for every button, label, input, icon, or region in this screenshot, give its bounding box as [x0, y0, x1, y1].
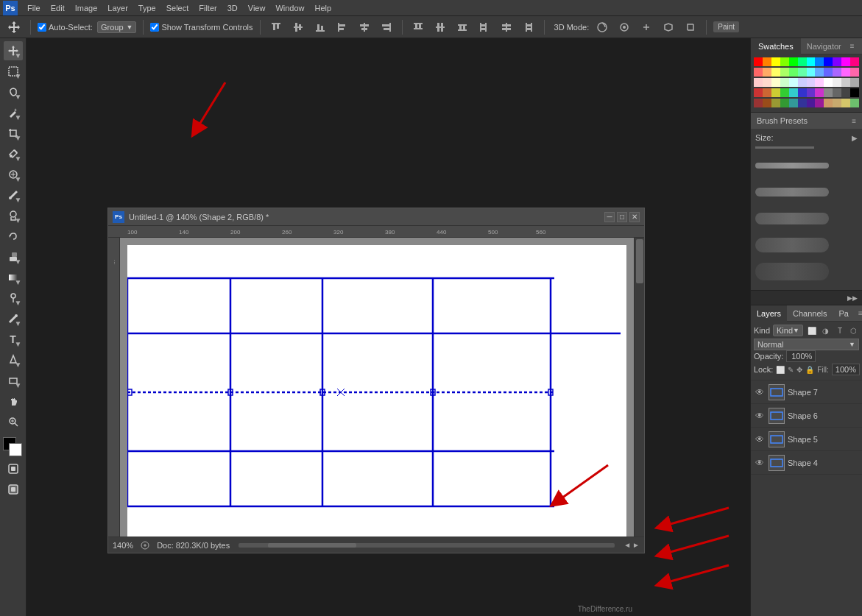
swatch-cyan[interactable]: [807, 57, 816, 66]
swatch-paleyellow[interactable]: [771, 78, 780, 87]
swatch-palered[interactable]: [754, 78, 763, 87]
history-tool[interactable]: [4, 227, 23, 246]
swatch-indigo[interactable]: [807, 88, 816, 97]
zoom-tool[interactable]: [4, 412, 23, 431]
pen-tool[interactable]: ▼: [4, 309, 23, 328]
swatch-seafoam[interactable]: [798, 57, 807, 66]
menu-select[interactable]: Select: [161, 0, 194, 16]
brush-sample-2[interactable]: [755, 181, 858, 203]
background-color[interactable]: [9, 443, 22, 456]
shape-tool[interactable]: ▼: [4, 371, 23, 390]
layer-visibility-shape4[interactable]: 👁: [754, 457, 766, 469]
align-vcenter-icon[interactable]: [289, 20, 307, 35]
swatch-lightviolet[interactable]: [833, 68, 841, 77]
swatch-darkgreen[interactable]: [780, 88, 789, 97]
doc-canvas[interactable]: [120, 238, 644, 537]
3d-rotate-icon[interactable]: [593, 20, 611, 35]
layer-item-shape4[interactable]: 👁 Shape 4: [751, 451, 862, 475]
distribute-left-icon[interactable]: [476, 20, 493, 35]
swatch-darkindigo[interactable]: [807, 99, 816, 107]
swatch-darkyellow[interactable]: [771, 88, 780, 97]
swatch-sage[interactable]: [850, 99, 859, 107]
brush-size-slider[interactable]: [755, 146, 814, 149]
tab-paths[interactable]: Pa: [833, 305, 855, 322]
swatch-lightcyan[interactable]: [807, 68, 816, 77]
brush-presets-expand[interactable]: ≡: [852, 117, 856, 125]
lock-transparent-icon[interactable]: ⬜: [776, 364, 785, 375]
hand-tool[interactable]: [4, 392, 23, 411]
swatch-darkred[interactable]: [754, 88, 763, 97]
distribute-top-icon[interactable]: [409, 20, 427, 35]
swatch-darkgray[interactable]: [850, 78, 859, 87]
swatch-magenta[interactable]: [841, 57, 850, 66]
stamp-tool[interactable]: ▼: [4, 206, 23, 225]
swatch-maroon[interactable]: [754, 99, 763, 107]
selection-tool[interactable]: ▼: [4, 62, 23, 81]
gradient-tool[interactable]: ▼: [4, 268, 23, 287]
swatch-darkteal[interactable]: [789, 99, 798, 107]
lock-all-icon[interactable]: 🔒: [805, 364, 814, 375]
swatches-collapse[interactable]: ≡: [847, 42, 858, 50]
menu-window[interactable]: Window: [270, 0, 309, 16]
eyedropper-tool[interactable]: ▼: [4, 144, 23, 163]
brush-tool[interactable]: ▼: [4, 185, 23, 205]
swatch-paleblue[interactable]: [798, 78, 807, 87]
distribute-bottom-icon[interactable]: [453, 20, 471, 35]
swatch-palegreen[interactable]: [780, 78, 789, 87]
swatch-charcoal[interactable]: [841, 88, 850, 97]
swatch-lightseafoam[interactable]: [798, 68, 807, 77]
swatch-lightyellow[interactable]: [771, 68, 780, 77]
swatch-medgray[interactable]: [841, 78, 850, 87]
swatch-sienna[interactable]: [763, 99, 771, 107]
3d-drag-icon[interactable]: [637, 20, 655, 35]
maximize-button[interactable]: □: [617, 212, 627, 222]
swatch-azure[interactable]: [815, 57, 824, 66]
dodge-tool[interactable]: ▼: [4, 288, 23, 308]
layer-visibility-shape7[interactable]: 👁: [754, 386, 766, 398]
fill-input[interactable]: 100%: [832, 364, 860, 375]
swatch-gold[interactable]: [841, 99, 850, 107]
lock-image-icon[interactable]: ✎: [788, 364, 794, 375]
filter-type-icon[interactable]: T: [834, 325, 846, 336]
swatch-paleorange[interactable]: [763, 78, 771, 87]
3d-scale-icon[interactable]: [682, 20, 699, 35]
filter-adjust-icon[interactable]: ◑: [820, 325, 832, 336]
3d-slide-icon[interactable]: [660, 20, 677, 35]
distribute-hcenter-icon[interactable]: [498, 20, 515, 35]
tab-navigator[interactable]: Navigator: [801, 38, 847, 54]
swatch-lightmagenta[interactable]: [841, 68, 850, 77]
lock-position-icon[interactable]: ✥: [796, 364, 802, 375]
paint-btn[interactable]: Paint: [713, 21, 739, 32]
show-transform-checkbox[interactable]: [150, 23, 159, 32]
menu-layer[interactable]: Layer: [102, 0, 133, 16]
swatch-lightgreen[interactable]: [789, 68, 798, 77]
swatch-lightrose[interactable]: [850, 68, 859, 77]
swatch-peach[interactable]: [763, 68, 771, 77]
menu-edit[interactable]: Edit: [46, 0, 70, 16]
swatch-green[interactable]: [789, 57, 798, 66]
swatch-lightlime[interactable]: [780, 68, 789, 77]
swatch-gray[interactable]: [824, 88, 833, 97]
swatch-blue[interactable]: [824, 57, 833, 66]
distribute-vcenter-icon[interactable]: [431, 20, 449, 35]
eraser-tool[interactable]: ▼: [4, 247, 23, 266]
brush-sample-1[interactable]: [755, 155, 858, 177]
swatch-lightgray[interactable]: [833, 78, 841, 87]
blend-mode-select[interactable]: Normal ▼: [754, 339, 859, 350]
spot-heal-tool[interactable]: ▼: [4, 165, 23, 184]
swatch-darkgray2[interactable]: [833, 88, 841, 97]
brush-sample-4[interactable]: [755, 234, 858, 256]
align-right-icon[interactable]: [378, 20, 395, 35]
swatch-yellow[interactable]: [771, 57, 780, 66]
path-select-tool[interactable]: ▼: [4, 350, 23, 369]
swatch-forest[interactable]: [780, 99, 789, 107]
swatch-black[interactable]: [850, 88, 859, 97]
swatch-darkblue[interactable]: [798, 88, 807, 97]
swatch-violet[interactable]: [833, 57, 841, 66]
quick-mask-mode[interactable]: [4, 480, 23, 499]
align-hcenter-icon[interactable]: [356, 20, 373, 35]
nav-next[interactable]: ►: [632, 541, 640, 549]
swatch-paleviolet[interactable]: [807, 78, 816, 87]
layer-item-shape7[interactable]: 👁 Shape 7: [751, 380, 862, 404]
menu-file[interactable]: File: [22, 0, 46, 16]
